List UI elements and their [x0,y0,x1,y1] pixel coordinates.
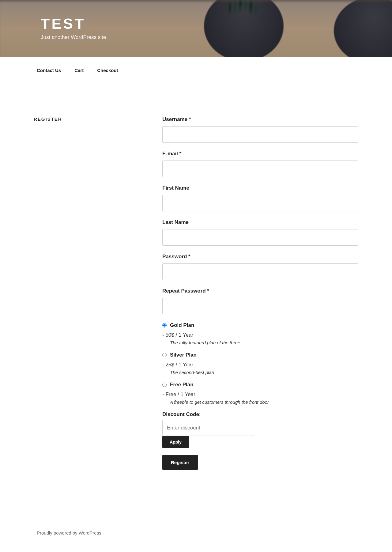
password-input[interactable] [162,263,358,280]
discount-input[interactable] [162,420,254,436]
repeat-password-input[interactable] [162,298,358,314]
decorative-leaves [219,0,272,25]
register-form: Username * E-mail * First Name Last Name… [162,116,358,470]
nav-item-cart[interactable]: Cart [74,68,84,73]
plan-price: - Free / 1 Year [162,391,358,398]
plan-option-free: Free Plan - Free / 1 Year A freebie to g… [162,382,358,405]
apply-button[interactable]: Apply [162,436,189,448]
footer-credit[interactable]: Proudly powered by WordPress [37,530,101,535]
register-button[interactable]: Register [162,455,198,470]
plan-name: Gold Plan [170,322,194,328]
repeat-password-label: Repeat Password * [162,288,358,294]
plan-description: The second-best plan [170,370,358,375]
nav-item-checkout[interactable]: Checkout [97,68,118,73]
last-name-input[interactable] [162,229,358,246]
username-input[interactable] [162,126,358,143]
site-title[interactable]: TEST [41,17,106,31]
site-tagline: Just another WordPress site [41,34,106,40]
plan-name: Free Plan [170,382,194,388]
page-title: REGISTER [34,116,138,122]
password-label: Password * [162,254,358,260]
nav-item-contact-us[interactable]: Contact Us [37,68,61,73]
plan-radio-silver[interactable] [162,353,167,357]
primary-nav: Contact Us Cart Checkout [0,57,392,83]
email-label: E-mail * [162,151,358,157]
first-name-label: First Name [162,185,358,191]
plan-description: The fully-featured plan of the three [170,340,358,345]
plan-radio-free[interactable] [162,383,167,387]
plan-description: A freebie to get customers through the f… [170,399,358,405]
decorative-pot [334,0,392,57]
site-footer: Proudly powered by WordPress [0,513,392,552]
last-name-label: Last Name [162,219,358,225]
plan-price: - 50$ / 1 Year [162,332,358,338]
email-input[interactable] [162,161,358,177]
plan-option-gold: Gold Plan - 50$ / 1 Year The fully-featu… [162,322,358,345]
plan-radio-gold[interactable] [162,323,167,327]
discount-label: Discount Code: [162,411,358,418]
hero-banner: TEST Just another WordPress site [0,0,392,57]
plan-option-silver: Silver Plan - 25$ / 1 Year The second-be… [162,352,358,375]
first-name-input[interactable] [162,195,358,211]
plan-name: Silver Plan [170,352,197,358]
plan-price: - 25$ / 1 Year [162,362,358,368]
username-label: Username * [162,116,358,123]
